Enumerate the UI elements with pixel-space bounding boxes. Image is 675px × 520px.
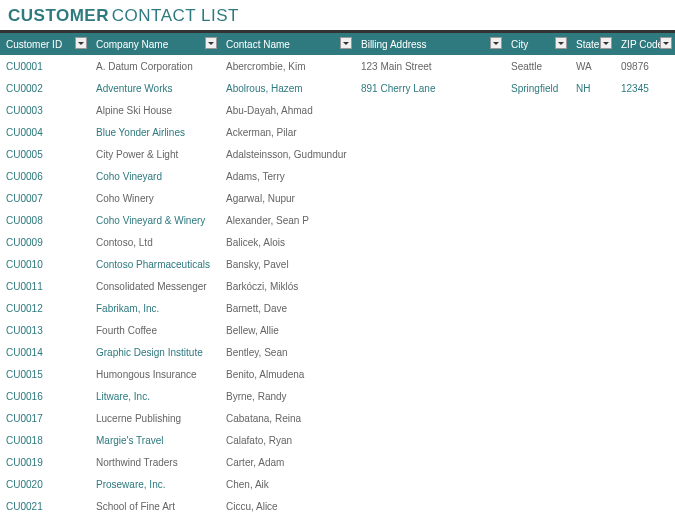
cell-billing[interactable] [355, 407, 505, 429]
col-header-customer-id[interactable]: Customer ID [0, 33, 90, 55]
cell-state[interactable] [570, 407, 615, 429]
cell-company[interactable]: Margie's Travel [90, 429, 220, 451]
cell-contact[interactable]: Abolrous, Hazem [220, 77, 355, 99]
cell-id[interactable]: CU0009 [0, 231, 90, 253]
table-row[interactable]: CU0007Coho WineryAgarwal, Nupur [0, 187, 675, 209]
cell-contact[interactable]: Bellew, Allie [220, 319, 355, 341]
cell-zip[interactable] [615, 407, 675, 429]
cell-city[interactable] [505, 209, 570, 231]
table-row[interactable]: CU0013Fourth CoffeeBellew, Allie [0, 319, 675, 341]
cell-state[interactable] [570, 165, 615, 187]
cell-state[interactable] [570, 121, 615, 143]
cell-state[interactable] [570, 363, 615, 385]
table-row[interactable]: CU0009Contoso, LtdBalicek, Alois [0, 231, 675, 253]
table-row[interactable]: CU0003Alpine Ski HouseAbu-Dayah, Ahmad [0, 99, 675, 121]
cell-id[interactable]: CU0016 [0, 385, 90, 407]
cell-zip[interactable] [615, 429, 675, 451]
filter-dropdown-icon[interactable] [340, 37, 352, 49]
cell-company[interactable]: Coho Vineyard [90, 165, 220, 187]
cell-city[interactable] [505, 319, 570, 341]
cell-city[interactable]: Springfield [505, 77, 570, 99]
cell-company[interactable]: Coho Winery [90, 187, 220, 209]
cell-contact[interactable]: Bansky, Pavel [220, 253, 355, 275]
cell-billing[interactable] [355, 429, 505, 451]
cell-state[interactable] [570, 495, 615, 517]
table-row[interactable]: CU0015Humongous InsuranceBenito, Almuden… [0, 363, 675, 385]
table-row[interactable]: CU0008Coho Vineyard & WineryAlexander, S… [0, 209, 675, 231]
col-header-billing-address[interactable]: Billing Address [355, 33, 505, 55]
cell-state[interactable] [570, 99, 615, 121]
cell-contact[interactable]: Barkóczi, Miklós [220, 275, 355, 297]
cell-contact[interactable]: Byrne, Randy [220, 385, 355, 407]
cell-billing[interactable] [355, 231, 505, 253]
cell-city[interactable] [505, 99, 570, 121]
cell-company[interactable]: A. Datum Corporation [90, 55, 220, 77]
cell-billing[interactable]: 891 Cherry Lane [355, 77, 505, 99]
cell-id[interactable]: CU0003 [0, 99, 90, 121]
cell-zip[interactable]: 09876 [615, 55, 675, 77]
filter-dropdown-icon[interactable] [205, 37, 217, 49]
cell-id[interactable]: CU0014 [0, 341, 90, 363]
cell-city[interactable]: Seattle [505, 55, 570, 77]
cell-state[interactable] [570, 473, 615, 495]
cell-contact[interactable]: Carter, Adam [220, 451, 355, 473]
col-header-contact-name[interactable]: Contact Name [220, 33, 355, 55]
cell-contact[interactable]: Cabatana, Reina [220, 407, 355, 429]
cell-state[interactable] [570, 209, 615, 231]
cell-state[interactable] [570, 275, 615, 297]
cell-company[interactable]: Lucerne Publishing [90, 407, 220, 429]
cell-city[interactable] [505, 429, 570, 451]
cell-city[interactable] [505, 473, 570, 495]
cell-id[interactable]: CU0018 [0, 429, 90, 451]
cell-state[interactable] [570, 385, 615, 407]
cell-city[interactable] [505, 187, 570, 209]
cell-billing[interactable] [355, 165, 505, 187]
cell-contact[interactable]: Ackerman, Pilar [220, 121, 355, 143]
cell-billing[interactable] [355, 385, 505, 407]
cell-id[interactable]: CU0021 [0, 495, 90, 517]
cell-contact[interactable]: Abu-Dayah, Ahmad [220, 99, 355, 121]
table-row[interactable]: CU0002Adventure WorksAbolrous, Hazem891 … [0, 77, 675, 99]
cell-company[interactable]: School of Fine Art [90, 495, 220, 517]
cell-state[interactable] [570, 253, 615, 275]
cell-billing[interactable] [355, 363, 505, 385]
cell-id[interactable]: CU0002 [0, 77, 90, 99]
filter-dropdown-icon[interactable] [75, 37, 87, 49]
table-row[interactable]: CU0005City Power & LightAdalsteinsson, G… [0, 143, 675, 165]
cell-company[interactable]: Contoso Pharmaceuticals [90, 253, 220, 275]
cell-id[interactable]: CU0005 [0, 143, 90, 165]
filter-dropdown-icon[interactable] [600, 37, 612, 49]
cell-state[interactable] [570, 341, 615, 363]
cell-zip[interactable] [615, 319, 675, 341]
cell-company[interactable]: Coho Vineyard & Winery [90, 209, 220, 231]
cell-billing[interactable] [355, 187, 505, 209]
cell-city[interactable] [505, 253, 570, 275]
table-row[interactable]: CU0021School of Fine ArtCiccu, Alice [0, 495, 675, 517]
cell-city[interactable] [505, 275, 570, 297]
cell-company[interactable]: Blue Yonder Airlines [90, 121, 220, 143]
table-row[interactable]: CU0018Margie's TravelCalafato, Ryan [0, 429, 675, 451]
cell-zip[interactable] [615, 341, 675, 363]
cell-state[interactable] [570, 297, 615, 319]
cell-contact[interactable]: Ciccu, Alice [220, 495, 355, 517]
cell-state[interactable] [570, 231, 615, 253]
cell-company[interactable]: Adventure Works [90, 77, 220, 99]
table-row[interactable]: CU0006Coho VineyardAdams, Terry [0, 165, 675, 187]
cell-zip[interactable] [615, 297, 675, 319]
cell-id[interactable]: CU0017 [0, 407, 90, 429]
cell-contact[interactable]: Benito, Almudena [220, 363, 355, 385]
table-row[interactable]: CU0012Fabrikam, Inc.Barnett, Dave [0, 297, 675, 319]
cell-zip[interactable] [615, 99, 675, 121]
cell-city[interactable] [505, 385, 570, 407]
cell-state[interactable] [570, 319, 615, 341]
cell-city[interactable] [505, 121, 570, 143]
cell-state[interactable]: WA [570, 55, 615, 77]
cell-billing[interactable] [355, 253, 505, 275]
cell-company[interactable]: Fabrikam, Inc. [90, 297, 220, 319]
cell-billing[interactable] [355, 297, 505, 319]
table-row[interactable]: CU0004Blue Yonder AirlinesAckerman, Pila… [0, 121, 675, 143]
table-row[interactable]: CU0014Graphic Design InstituteBentley, S… [0, 341, 675, 363]
cell-billing[interactable] [355, 143, 505, 165]
cell-state[interactable] [570, 187, 615, 209]
cell-company[interactable]: Consolidated Messenger [90, 275, 220, 297]
